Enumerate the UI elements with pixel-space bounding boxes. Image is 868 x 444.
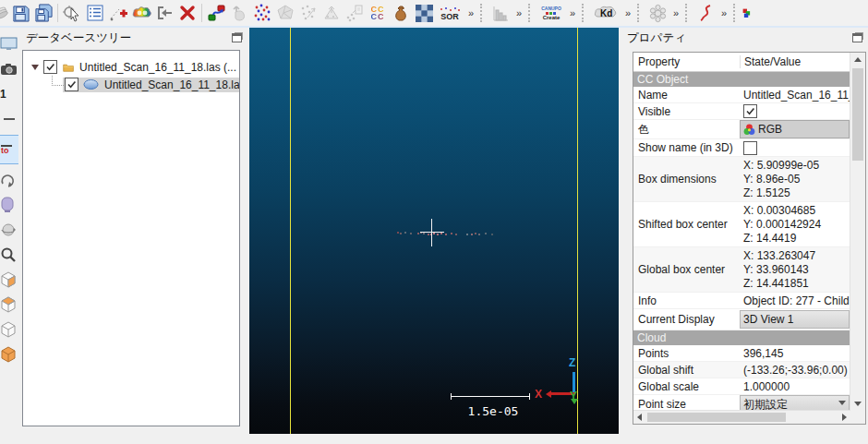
3d-view[interactable]: 1.5e-05 Z X Y: [249, 28, 619, 434]
row-global-scale: Global scale 1.000000: [633, 378, 850, 395]
scroll-right-icon[interactable]: [842, 414, 847, 421]
color-value: RGB: [758, 123, 782, 136]
tree-root-label[interactable]: Untitled_Scan_16_11_18.las (...: [77, 60, 239, 75]
orbit-icon[interactable]: [0, 221, 18, 239]
visible-checkbox[interactable]: [743, 104, 757, 118]
sor-filter-icon[interactable]: SOR: [436, 2, 464, 24]
float-panel-button[interactable]: [852, 33, 862, 42]
current-display-label: Current Display: [633, 313, 740, 326]
cube-view-iso-icon[interactable]: [0, 345, 18, 364]
scroll-left-icon[interactable]: [637, 414, 642, 421]
scroll-up-icon[interactable]: [854, 57, 862, 62]
canupo-icon[interactable]: CANUPOCreate: [537, 2, 565, 24]
tree-cloud-label[interactable]: Untitled_Scan_16_11_18.las: [102, 78, 240, 92]
scrollbar-corner: [850, 411, 865, 424]
histogram-icon[interactable]: [489, 2, 512, 24]
camera-icon[interactable]: [0, 60, 18, 78]
toolbar-overflow-button[interactable]: »: [717, 7, 730, 18]
register-icon[interactable]: [205, 2, 227, 24]
shifted-box-center-label: Shifted box center: [633, 218, 740, 231]
row-global-box-center: Global box center X: 133.263047Y: 33.960…: [633, 247, 850, 293]
cc-plugins-icon[interactable]: CCCC: [367, 2, 389, 24]
point-size-value: 初期設定: [743, 397, 788, 412]
section-cc-object: CC Object: [633, 72, 850, 87]
toolbar-handle: [582, 4, 588, 22]
toolbar-overflow-button[interactable]: »: [669, 7, 682, 18]
row-name: Name Untitled_Scan_16_11_18.las: [633, 87, 850, 103]
toolbar-overflow-button[interactable]: »: [512, 7, 525, 18]
cube-view-back-icon[interactable]: [0, 320, 18, 339]
points-value: 396,145: [740, 347, 850, 360]
point-size-combobox[interactable]: 初期設定: [740, 395, 850, 411]
open-icon[interactable]: [0, 2, 8, 24]
delete-icon[interactable]: [176, 2, 199, 24]
magnifier-icon[interactable]: [0, 246, 18, 264]
bulb-icon[interactable]: [0, 196, 18, 214]
pcv-icon[interactable]: [390, 2, 412, 24]
visible-label: Visible: [633, 105, 740, 118]
axis-x-label: X: [535, 388, 542, 401]
gear-plugin-icon[interactable]: [646, 2, 669, 24]
global-box-center-label: Global box center: [633, 263, 740, 276]
rgb-plugin-icon[interactable]: [742, 2, 752, 24]
auto-zoom-button[interactable]: to: [0, 135, 18, 164]
point-picking-icon[interactable]: [107, 2, 129, 24]
horizontal-scroll-thumb[interactable]: [647, 413, 786, 422]
main-toolbar: CCCC SOR » » CANUPOCreate » Kd » »: [0, 0, 868, 28]
vertical-scrollbar[interactable]: [850, 53, 865, 411]
vertical-scroll-thumb[interactable]: [852, 68, 863, 161]
cloudcompare-window: CCCC SOR » » CANUPOCreate » Kd » »: [0, 0, 868, 444]
scale-bar-tick: [451, 393, 452, 400]
scroll-down-icon[interactable]: [854, 402, 862, 406]
properties-list-icon[interactable]: [84, 2, 106, 24]
horizontal-scrollbar[interactable]: [633, 410, 850, 424]
zoom-1-icon[interactable]: 1: [0, 85, 18, 103]
chess-pattern-icon[interactable]: [413, 2, 435, 24]
toolbar-overflow-button[interactable]: »: [621, 7, 634, 18]
rotate-icon[interactable]: [0, 171, 18, 189]
normals-icon[interactable]: [320, 2, 343, 24]
db-tree-view[interactable]: Untitled_Scan_16_11_18.las (... Untitled…: [22, 50, 240, 426]
cube-view-top-icon[interactable]: [0, 270, 18, 289]
save-icon[interactable]: [9, 2, 31, 24]
interactive-transform-icon[interactable]: [61, 2, 83, 24]
tree-row-cloud[interactable]: Untitled_Scan_16_11_18.las: [23, 76, 239, 93]
toolbar-overflow-button[interactable]: »: [464, 7, 477, 18]
float-panel-button[interactable]: [232, 33, 242, 42]
spline-icon[interactable]: [694, 2, 717, 24]
folder-icon: [63, 61, 74, 74]
apply-transformation-icon[interactable]: [153, 2, 175, 24]
properties-titlebar: プロパティ: [621, 28, 868, 48]
kd-tree-icon[interactable]: Kd: [591, 2, 621, 24]
toolbar-separator: [57, 4, 58, 22]
axis-z-label: Z: [569, 356, 575, 369]
display-icon[interactable]: [0, 35, 18, 54]
color-combobox[interactable]: RGB: [740, 120, 850, 138]
export-icon[interactable]: [344, 2, 366, 24]
cloud-visibility-checkbox[interactable]: [65, 78, 78, 91]
sample-points-icon[interactable]: [297, 2, 319, 24]
scale-bar-label: 1.5e-05: [456, 404, 530, 418]
global-shift-label: Global shift: [633, 364, 740, 377]
merge-clouds-icon[interactable]: [130, 2, 152, 24]
current-display-value: 3D View 1: [743, 313, 793, 326]
mesh-icon[interactable]: [274, 2, 296, 24]
db-tree-panel: データベースツリー Untitled_Scan_16_11_18.las (..…: [20, 28, 247, 430]
toolbar-handle: [733, 4, 740, 22]
translate-icon[interactable]: [228, 2, 250, 24]
root-visibility-checkbox[interactable]: [43, 60, 57, 74]
section-cloud: Cloud: [633, 330, 850, 345]
current-display-combobox[interactable]: 3D View 1: [740, 310, 850, 329]
toolbar-overflow-button[interactable]: »: [566, 7, 579, 18]
subsample-icon[interactable]: [251, 2, 273, 24]
expand-arrow-icon[interactable]: [31, 65, 39, 70]
color-label: 色: [633, 122, 740, 138]
save-all-icon[interactable]: [32, 2, 54, 24]
show-name-checkbox[interactable]: [743, 141, 757, 155]
rgb-icon: [743, 124, 755, 136]
cube-view-front-icon[interactable]: [0, 295, 18, 314]
point-cloud-icon: [83, 78, 99, 90]
row-visible: Visible: [633, 103, 850, 120]
minus-icon[interactable]: [0, 110, 18, 128]
tree-row-root[interactable]: Untitled_Scan_16_11_18.las (...: [23, 58, 239, 76]
